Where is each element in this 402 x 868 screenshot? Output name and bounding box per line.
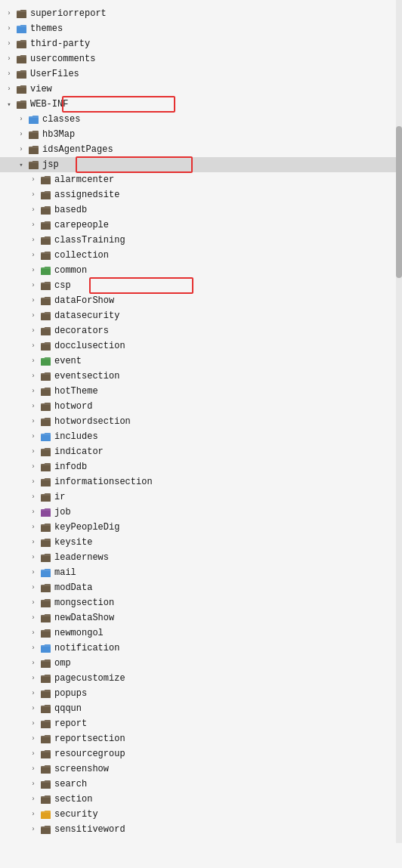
tree-item-report[interactable]: report xyxy=(0,716,402,731)
tree-item-indicator[interactable]: indicator xyxy=(0,444,402,459)
chevron-collapsed-icon[interactable] xyxy=(27,506,39,518)
tree-item-keyPeopleDig[interactable]: keyPeopleDig xyxy=(0,520,402,535)
tree-item-superiorreport[interactable]: superiorreport xyxy=(0,6,402,21)
chevron-collapsed-icon[interactable] xyxy=(27,612,39,624)
tree-item-popups[interactable]: popups xyxy=(0,686,402,701)
chevron-collapsed-icon[interactable] xyxy=(27,280,39,292)
chevron-collapsed-icon[interactable] xyxy=(27,793,39,805)
chevron-collapsed-icon[interactable] xyxy=(27,823,39,836)
tree-item-carepeople[interactable]: carepeople xyxy=(0,218,402,233)
chevron-collapsed-icon[interactable] xyxy=(27,778,39,790)
chevron-collapsed-icon[interactable] xyxy=(27,627,39,639)
tree-item-UserFiles[interactable]: UserFiles xyxy=(0,66,402,82)
chevron-collapsed-icon[interactable] xyxy=(3,53,15,65)
chevron-collapsed-icon[interactable] xyxy=(27,808,39,820)
chevron-collapsed-icon[interactable] xyxy=(27,687,39,700)
chevron-collapsed-icon[interactable] xyxy=(27,340,39,352)
tree-item-mongsection[interactable]: mongsection xyxy=(0,595,402,610)
tree-item-jsp[interactable]: jsp xyxy=(0,157,402,172)
chevron-collapsed-icon[interactable] xyxy=(27,234,39,246)
chevron-collapsed-icon[interactable] xyxy=(27,582,39,594)
tree-item-csp[interactable]: csp xyxy=(0,278,402,293)
tree-item-hotwordsection[interactable]: hotwordsection xyxy=(0,414,402,429)
tree-item-idsAgentPages[interactable]: idsAgentPages xyxy=(0,142,402,157)
chevron-collapsed-icon[interactable] xyxy=(27,415,39,428)
chevron-collapsed-icon[interactable] xyxy=(27,461,39,473)
chevron-collapsed-icon[interactable] xyxy=(27,657,39,669)
tree-item-hotword[interactable]: hotword xyxy=(0,399,402,414)
tree-item-sensitiveword[interactable]: sensitiveword xyxy=(0,822,402,837)
chevron-collapsed-icon[interactable] xyxy=(3,68,15,80)
chevron-collapsed-icon[interactable] xyxy=(27,521,39,533)
chevron-collapsed-icon[interactable] xyxy=(27,310,39,322)
chevron-collapsed-icon[interactable] xyxy=(15,144,27,156)
tree-item-includes[interactable]: includes xyxy=(0,429,402,444)
scrollbar-track[interactable] xyxy=(396,0,402,843)
tree-item-reportsection[interactable]: reportsection xyxy=(0,731,402,746)
tree-item-newmongol[interactable]: newmongol xyxy=(0,626,402,641)
tree-item-eventsection[interactable]: eventsection xyxy=(0,369,402,384)
chevron-collapsed-icon[interactable] xyxy=(27,219,39,231)
chevron-collapsed-icon[interactable] xyxy=(27,718,39,730)
chevron-collapsed-icon[interactable] xyxy=(27,249,39,261)
tree-item-search[interactable]: search xyxy=(0,777,402,792)
tree-item-omp[interactable]: omp xyxy=(0,656,402,671)
chevron-collapsed-icon[interactable] xyxy=(27,295,39,307)
chevron-collapsed-icon[interactable] xyxy=(27,370,39,382)
chevron-collapsed-icon[interactable] xyxy=(27,597,39,609)
chevron-collapsed-icon[interactable] xyxy=(27,189,39,201)
tree-item-section[interactable]: section xyxy=(0,792,402,807)
tree-item-event[interactable]: event xyxy=(0,354,402,369)
chevron-collapsed-icon[interactable] xyxy=(27,174,39,186)
chevron-collapsed-icon[interactable] xyxy=(15,128,27,141)
tree-item-docclusection[interactable]: docclusection xyxy=(0,338,402,354)
tree-item-assignedsite[interactable]: assignedsite xyxy=(0,187,402,202)
tree-item-decorators[interactable]: decorators xyxy=(0,323,402,338)
tree-item-infodb[interactable]: infodb xyxy=(0,459,402,474)
tree-item-collection[interactable]: collection xyxy=(0,248,402,263)
chevron-collapsed-icon[interactable] xyxy=(27,567,39,579)
chevron-collapsed-icon[interactable] xyxy=(3,83,15,95)
tree-item-classTraining[interactable]: classTraining xyxy=(0,233,402,248)
tree-item-hotTheme[interactable]: hotTheme xyxy=(0,384,402,399)
tree-item-ir[interactable]: ir xyxy=(0,490,402,505)
chevron-expanded-icon[interactable] xyxy=(3,98,15,110)
tree-item-third-party[interactable]: third-party xyxy=(0,36,402,51)
chevron-collapsed-icon[interactable] xyxy=(27,385,39,397)
tree-item-basedb[interactable]: basedb xyxy=(0,202,402,218)
tree-item-mail[interactable]: mail xyxy=(0,565,402,580)
tree-item-resourcegroup[interactable]: resourcegroup xyxy=(0,746,402,761)
scrollbar-thumb[interactable] xyxy=(396,126,402,278)
tree-item-notification[interactable]: notification xyxy=(0,641,402,656)
chevron-collapsed-icon[interactable] xyxy=(27,642,39,654)
tree-item-modData[interactable]: modData xyxy=(0,580,402,595)
tree-item-view[interactable]: view xyxy=(0,82,402,97)
chevron-collapsed-icon[interactable] xyxy=(15,113,27,125)
tree-item-hb3Map[interactable]: hb3Map xyxy=(0,127,402,142)
chevron-collapsed-icon[interactable] xyxy=(3,23,15,35)
chevron-collapsed-icon[interactable] xyxy=(3,8,15,20)
tree-item-newDataShow[interactable]: newDataShow xyxy=(0,610,402,626)
chevron-collapsed-icon[interactable] xyxy=(27,763,39,775)
chevron-collapsed-icon[interactable] xyxy=(27,325,39,337)
chevron-collapsed-icon[interactable] xyxy=(27,431,39,443)
tree-item-pagecustomize[interactable]: pagecustomize xyxy=(0,671,402,686)
chevron-collapsed-icon[interactable] xyxy=(27,476,39,488)
chevron-collapsed-icon[interactable] xyxy=(3,38,15,50)
chevron-collapsed-icon[interactable] xyxy=(27,355,39,367)
tree-item-datasecurity[interactable]: datasecurity xyxy=(0,308,402,323)
chevron-collapsed-icon[interactable] xyxy=(27,400,39,412)
tree-item-job[interactable]: job xyxy=(0,505,402,520)
chevron-collapsed-icon[interactable] xyxy=(27,536,39,548)
tree-item-themes[interactable]: themes xyxy=(0,21,402,36)
tree-item-keysite[interactable]: keysite xyxy=(0,535,402,550)
tree-item-screenshow[interactable]: screenshow xyxy=(0,761,402,777)
chevron-collapsed-icon[interactable] xyxy=(27,491,39,503)
tree-item-WEB-INF[interactable]: WEB-INF xyxy=(0,97,402,112)
tree-item-alarmcenter[interactable]: alarmcenter xyxy=(0,172,402,187)
chevron-collapsed-icon[interactable] xyxy=(27,703,39,715)
tree-item-common[interactable]: common xyxy=(0,263,402,278)
chevron-collapsed-icon[interactable] xyxy=(27,446,39,458)
tree-item-security[interactable]: security xyxy=(0,807,402,822)
tree-item-leadernews[interactable]: leadernews xyxy=(0,550,402,565)
